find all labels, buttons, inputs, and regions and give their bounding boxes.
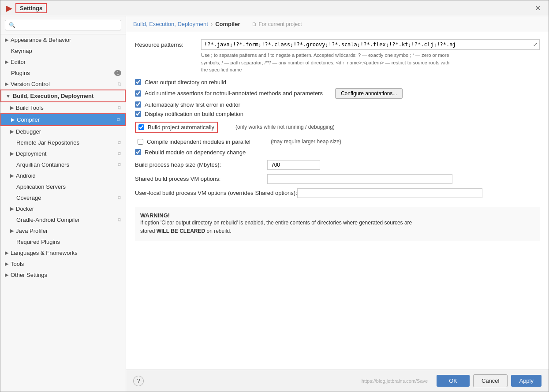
sidebar-item-label: Java Profiler [16,228,48,234]
sidebar-item-deployment[interactable]: ▶ Deployment ⧉ [0,148,126,159]
sidebar-item-label: Docker [16,205,34,212]
sidebar-item-languages[interactable]: ▶ Languages & Frameworks [0,247,126,258]
sidebar-item-arquillian[interactable]: Arquillian Containers ⧉ [0,159,126,170]
sidebar-item-coverage[interactable]: Coverage ⧉ [0,192,126,203]
sidebar-item-gradle-android[interactable]: Gradle-Android Compiler ⧉ [0,214,126,225]
compile-parallel-label: Compile independent modules in parallel [147,138,250,145]
window-title: Settings [15,3,47,13]
user-local-vm-input[interactable] [297,188,482,198]
shared-vm-row: Shared build process VM options: [135,174,540,184]
checkbox-row-rebuild-dependency: Rebuild module on dependency change [135,149,540,156]
checkbox-row-clear-output: Clear output directory on rebuild [135,79,540,86]
plugins-badge: 1 [114,70,121,76]
resource-patterns-row: Resource patterns: !?*.java;!?*.form;!?*… [135,39,540,74]
cancel-button[interactable]: Cancel [473,374,508,387]
compile-parallel-checkbox[interactable] [138,139,143,145]
arrow-icon: ▶ [5,261,8,267]
sidebar-item-build-execution[interactable]: ▼ Build, Execution, Deployment [0,90,126,102]
sidebar-item-android[interactable]: ▶ Android [0,170,126,181]
shared-vm-input[interactable] [267,174,452,184]
arrow-icon: ▶ [10,206,14,212]
ok-button[interactable]: OK [437,375,470,387]
sidebar-item-compiler[interactable]: ▶ Compiler ⧉ [0,113,126,126]
sidebar-item-docker[interactable]: ▶ Docker [0,203,126,214]
content-area: Resource patterns: !?*.java;!?*.form;!?*… [126,32,549,370]
user-local-vm-row: User-local build process VM options (ove… [135,188,540,198]
compile-parallel-note: (may require larger heap size) [271,138,341,145]
app-icon: ▶ [6,4,12,13]
checkbox-row-runtime-assertions: Add runtime assertions for notnull-annot… [135,88,540,99]
sidebar-item-plugins[interactable]: Plugins 1 [0,67,126,78]
title-bar-left: ▶ Settings [6,3,47,13]
sidebar-item-build-tools[interactable]: ▶ Build Tools ⧉ [0,102,126,113]
build-auto-checkbox[interactable] [138,124,144,130]
expand-button[interactable]: ⤢ [533,41,538,48]
sidebar-item-label: Tools [11,261,24,267]
copy-icon: ⧉ [118,151,121,157]
display-notification-checkbox[interactable] [135,111,141,117]
build-auto-highlighted: Build project automatically [135,122,218,133]
arrow-icon: ▼ [6,93,11,99]
search-input[interactable] [5,20,121,30]
heap-size-input[interactable] [267,160,320,170]
apply-button[interactable]: Apply [511,375,542,387]
sidebar-item-label: Debugger [16,128,41,135]
arrow-icon: ▶ [10,151,14,157]
copy-icon: ⧉ [118,217,121,223]
arrow-icon: ▶ [11,117,15,123]
sidebar-item-label: Deployment [16,150,46,157]
sidebar-item-java-profiler[interactable]: ▶ Java Profiler [0,225,126,236]
url-hint: https://blog.jetbrains.com/Save [144,378,437,384]
clear-output-checkbox[interactable] [135,79,141,85]
configure-annotations-button[interactable]: Configure annotations... [335,88,403,99]
arrow-icon: ▶ [10,105,14,111]
sidebar-item-label: Android [16,172,36,179]
sidebar-item-label: Languages & Frameworks [11,250,78,256]
breadcrumb: Build, Execution, Deployment › Compiler … [126,16,549,32]
heap-size-row: Build process heap size (Mbytes): [135,160,540,170]
copy-icon: ⧉ [118,140,121,146]
arrow-icon: ▶ [10,129,14,134]
sidebar-item-debugger[interactable]: ▶ Debugger [0,126,126,137]
show-first-error-checkbox[interactable] [135,101,141,108]
sidebar-item-editor[interactable]: ▶ Editor [0,56,126,67]
sidebar-item-other-settings[interactable]: ▶ Other Settings [0,269,126,280]
breadcrumb-part1[interactable]: Build, Execution, Deployment [133,21,208,27]
sidebar-item-required-plugins[interactable]: Required Plugins [0,236,126,247]
sidebar-item-label: Plugins [11,70,30,76]
sidebar-item-appearance[interactable]: ▶ Appearance & Behavior [0,34,126,45]
sidebar-item-label: Other Settings [11,272,47,278]
sidebar-item-label: Required Plugins [16,239,60,245]
arrow-icon: ▶ [5,81,8,87]
runtime-assertions-checkbox[interactable] [135,90,141,97]
copy-icon: ⧉ [118,81,121,87]
copy-icon: ⧉ [118,105,121,111]
resource-input[interactable]: !?*.java;!?*.form;!?*.class;!?*.groovy;!… [201,39,540,50]
breadcrumb-separator: › [211,21,213,27]
arrow-icon: ▶ [5,272,8,278]
user-local-vm-label: User-local build process VM options (ove… [135,190,297,196]
footer-left: ? [133,376,144,386]
heap-size-label: Build process heap size (Mbytes): [135,161,267,168]
sidebar-item-tools[interactable]: ▶ Tools [0,258,126,269]
close-button[interactable]: ✕ [532,3,543,13]
sidebar-item-version-control[interactable]: ▶ Version Control ⧉ [0,78,126,90]
breadcrumb-part2: Compiler [215,21,240,27]
arrow-icon: ▶ [10,228,14,234]
warning-text: If option 'Clear output directory on reb… [140,219,534,235]
rebuild-dependency-checkbox[interactable] [135,149,141,155]
sidebar-item-label: Gradle-Android Compiler [16,217,80,223]
search-box [0,16,126,34]
build-auto-row: Build project automatically (only works … [135,120,540,134]
sidebar-item-label: Arquillian Containers [16,161,69,168]
sidebar-item-app-servers[interactable]: Application Servers [0,181,126,192]
sidebar-item-keymap[interactable]: Keymap [0,45,126,56]
copy-icon: ⧉ [118,162,121,168]
help-button[interactable]: ? [133,376,144,386]
sidebar-item-remote-jar[interactable]: Remote Jar Repositories ⧉ [0,137,126,148]
project-label: For current project [259,21,302,27]
rebuild-dependency-label: Rebuild module on dependency change [145,149,246,156]
sidebar-item-label: Keymap [11,48,32,54]
build-auto-note: (only works while not running / debuggin… [235,124,335,130]
footer: ? https://blog.jetbrains.com/Save OK Can… [126,370,549,392]
